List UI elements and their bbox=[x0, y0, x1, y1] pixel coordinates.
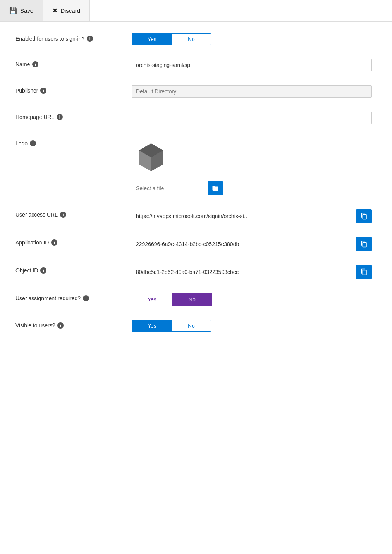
save-label: Save bbox=[20, 7, 33, 14]
object-id-copy-row bbox=[132, 265, 372, 279]
logo-info-icon[interactable]: i bbox=[30, 140, 36, 146]
enabled-no-button[interactable]: No bbox=[172, 34, 211, 45]
homepage-control bbox=[132, 112, 377, 124]
user-assignment-no-button[interactable]: No bbox=[172, 293, 212, 306]
enabled-label: Enabled for users to sign-in? i bbox=[15, 33, 132, 42]
enabled-control: Yes No bbox=[132, 33, 377, 45]
user-access-url-label: User access URL i bbox=[15, 209, 132, 218]
form-content: Enabled for users to sign-in? i Yes No N… bbox=[0, 22, 392, 361]
logo-control bbox=[132, 138, 377, 195]
save-icon: 💾 bbox=[9, 7, 17, 14]
name-input[interactable] bbox=[132, 59, 372, 71]
user-assignment-info-icon[interactable]: i bbox=[83, 295, 89, 301]
name-info-icon[interactable]: i bbox=[32, 61, 38, 67]
object-id-info-icon[interactable]: i bbox=[40, 267, 46, 274]
publisher-info-icon[interactable]: i bbox=[40, 88, 46, 94]
user-access-url-input[interactable] bbox=[132, 210, 356, 222]
user-assignment-label: User assignment required? i bbox=[15, 293, 132, 301]
enabled-info-icon[interactable]: i bbox=[87, 36, 93, 42]
file-input[interactable] bbox=[132, 182, 208, 194]
publisher-row: Publisher i bbox=[15, 85, 377, 98]
name-row: Name i bbox=[15, 59, 377, 71]
app-id-copy-row bbox=[132, 237, 372, 251]
logo-label: Logo i bbox=[15, 138, 132, 146]
save-button[interactable]: 💾 Save bbox=[0, 0, 43, 21]
file-browse-button[interactable] bbox=[208, 181, 223, 195]
user-access-url-copy-button[interactable] bbox=[356, 209, 372, 223]
name-control bbox=[132, 59, 377, 71]
visible-row: Visible to users? i Yes No bbox=[15, 320, 377, 332]
logo-area bbox=[132, 138, 223, 195]
homepage-label: Homepage URL i bbox=[15, 112, 132, 120]
user-access-url-copy-row bbox=[132, 209, 372, 223]
visible-label: Visible to users? i bbox=[15, 320, 132, 329]
user-assignment-toggle-group: Yes No bbox=[132, 293, 212, 306]
publisher-label: Publisher i bbox=[15, 85, 132, 94]
toolbar: 💾 Save ✕ Discard bbox=[0, 0, 392, 22]
object-id-control bbox=[132, 265, 377, 279]
object-id-copy-button[interactable] bbox=[356, 265, 372, 279]
app-id-row: Application ID i bbox=[15, 237, 377, 251]
visible-no-button[interactable]: No bbox=[172, 320, 211, 331]
publisher-control bbox=[132, 85, 377, 98]
visible-info-icon[interactable]: i bbox=[57, 322, 64, 329]
discard-icon: ✕ bbox=[52, 7, 57, 14]
discard-button[interactable]: ✕ Discard bbox=[43, 0, 90, 21]
app-id-input bbox=[132, 238, 356, 250]
object-id-input bbox=[132, 266, 356, 278]
discard-label: Discard bbox=[60, 7, 80, 14]
homepage-row: Homepage URL i bbox=[15, 112, 377, 124]
visible-control: Yes No bbox=[132, 320, 377, 332]
enabled-row: Enabled for users to sign-in? i Yes No bbox=[15, 33, 377, 45]
file-select-row bbox=[132, 181, 223, 195]
visible-toggle-group: Yes No bbox=[132, 320, 211, 332]
publisher-input bbox=[132, 85, 372, 98]
enabled-toggle-group: Yes No bbox=[132, 33, 211, 45]
enabled-yes-button[interactable]: Yes bbox=[132, 34, 172, 45]
app-id-copy-button[interactable] bbox=[356, 237, 372, 251]
user-assignment-row: User assignment required? i Yes No bbox=[15, 293, 377, 306]
copy-icon bbox=[361, 268, 368, 275]
user-access-url-control bbox=[132, 209, 377, 223]
folder-icon bbox=[212, 185, 219, 192]
user-assignment-control: Yes No bbox=[132, 293, 377, 306]
visible-yes-button[interactable]: Yes bbox=[132, 320, 172, 331]
logo-row: Logo i bbox=[15, 138, 377, 195]
object-id-label: Object ID i bbox=[15, 265, 132, 274]
app-logo-icon bbox=[134, 140, 168, 175]
copy-icon bbox=[361, 213, 368, 220]
homepage-info-icon[interactable]: i bbox=[57, 114, 63, 120]
app-id-label: Application ID i bbox=[15, 237, 132, 246]
user-access-url-row: User access URL i bbox=[15, 209, 377, 223]
user-assignment-yes-button[interactable]: Yes bbox=[132, 293, 172, 306]
copy-icon bbox=[361, 241, 368, 248]
object-id-row: Object ID i bbox=[15, 265, 377, 279]
user-access-url-info-icon[interactable]: i bbox=[60, 212, 66, 218]
app-id-control bbox=[132, 237, 377, 251]
logo-preview bbox=[132, 138, 170, 177]
name-label: Name i bbox=[15, 59, 132, 67]
app-id-info-icon[interactable]: i bbox=[51, 239, 57, 246]
homepage-input[interactable] bbox=[132, 112, 372, 124]
